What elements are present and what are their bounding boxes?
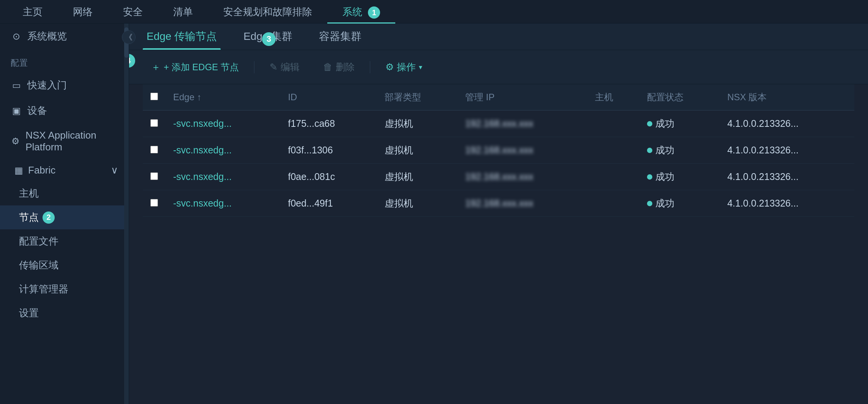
cell-nsx-version-2: 4.1.0.0.213326... [720,164,854,190]
devices-icon: ▣ [11,106,22,116]
sidebar-item-fabric[interactable]: ▦ Fabric ∨ [0,159,129,181]
toolbar-divider-1 [254,61,254,73]
cell-nsx-version-0: 4.1.0.0.213326... [720,110,854,137]
cell-manage-ip-0: 192.168.xxx.xxx [458,110,587,137]
table-row: -svc.nsxedg... f03f...1306 虚拟机 192.168.x… [143,137,854,164]
cell-edge-0[interactable]: -svc.nsxedg... [166,110,280,137]
nav-system-badge: 1 [368,6,380,19]
status-dot-1 [647,148,652,153]
nav-network[interactable]: 网络 [58,0,108,24]
sidebar-item-profiles[interactable]: 配置文件 [0,229,129,253]
sidebar-item-devices[interactable]: ▣ 设备 [0,98,129,123]
quick-start-icon: ▭ [11,80,22,91]
cell-deploy-type-1: 虚拟机 [377,137,458,164]
annotation-3: 3 [262,32,276,46]
row-select-3[interactable] [150,199,158,207]
edge-nodes-table: Edge ↑ ID 部署类型 管理 IP 主机 [143,84,854,217]
status-dot-2 [647,174,652,180]
cell-nsx-version-1: 4.1.0.0.213326... [720,137,854,164]
tab-bar: Edge 传输节点 Edge 集群 容器集群 3 [129,24,868,50]
col-header-nsx-version[interactable]: NSX 版本 [720,84,854,110]
cell-deploy-type-0: 虚拟机 [377,110,458,137]
content-area: Edge 传输节点 Edge 集群 容器集群 3 4 ＋ + 添加 EDGE 节… [129,24,868,404]
sidebar-item-nodes[interactable]: 节点 2 [0,205,129,229]
main-layout: 《 ⊙ 系统概览 配置 ▭ 快速入门 ▣ 设备 ⚙ NSX Applicatio… [0,24,868,404]
sidebar-item-compute-managers[interactable]: 计算管理器 [0,277,129,301]
col-header-config-status[interactable]: 配置状态 [639,84,720,110]
row-checkbox-2 [143,164,166,190]
col-header-manage-ip[interactable]: 管理 IP [458,84,587,110]
status-dot-0 [647,121,652,126]
cell-id-0: f175...ca68 [280,110,377,137]
cell-host-0 [587,110,639,137]
cell-nsx-version-3: 4.1.0.0.213326... [720,190,854,217]
col-header-deploy-type[interactable]: 部署类型 [377,84,458,110]
status-dot-3 [647,201,652,206]
cell-manage-ip-3: 192.168.xxx.xxx [458,190,587,217]
cell-edge-1[interactable]: -svc.nsxedg... [166,137,280,164]
actions-button[interactable]: ⚙ 操作 ▾ [377,57,431,77]
plus-icon: ＋ [151,61,161,73]
sidebar-collapse-button[interactable]: 《 [122,30,136,44]
cell-edge-3[interactable]: -svc.nsxedg... [166,190,280,217]
nav-inventory[interactable]: 清单 [158,0,208,24]
select-all-checkbox[interactable] [150,93,158,100]
cell-edge-2[interactable]: -svc.nsxedg... [166,164,280,190]
cell-host-2 [587,164,639,190]
pencil-icon: ✎ [270,62,278,73]
table-row: -svc.nsxedg... f0ed...49f1 虚拟机 192.168.x… [143,190,854,217]
col-header-edge[interactable]: Edge ↑ [166,84,280,110]
cell-deploy-type-3: 虚拟机 [377,190,458,217]
row-checkbox-1 [143,137,166,164]
trash-icon: 🗑 [323,62,333,73]
sidebar: 《 ⊙ 系统概览 配置 ▭ 快速入门 ▣ 设备 ⚙ NSX Applicatio… [0,24,129,404]
cell-id-2: f0ae...081c [280,164,377,190]
col-header-id[interactable]: ID [280,84,377,110]
sidebar-scrollbar[interactable] [124,24,129,404]
cell-host-1 [587,137,639,164]
row-select-1[interactable] [150,146,158,153]
table-container: Edge ↑ ID 部署类型 管理 IP 主机 [129,84,868,404]
cell-manage-ip-1: 192.168.xxx.xxx [458,137,587,164]
cell-config-status-0: 成功 [639,110,720,137]
sidebar-item-quick-start[interactable]: ▭ 快速入门 [0,73,129,98]
system-overview-icon: ⊙ [11,31,22,42]
nodes-badge: 2 [43,211,55,224]
edit-button[interactable]: ✎ 编辑 [261,57,308,77]
tab-container-clusters[interactable]: 容器集群 [315,24,365,50]
gear-icon: ⚙ [385,62,394,73]
sidebar-item-transport-zones[interactable]: 传输区域 [0,253,129,277]
col-header-checkbox [143,84,166,110]
cell-config-status-2: 成功 [639,164,720,190]
sidebar-section-config: 配置 [0,49,129,73]
cell-manage-ip-2: 192.168.xxx.xxx [458,164,587,190]
nav-security-planning[interactable]: 安全规划和故障排除 [208,0,327,24]
table-row: -svc.nsxedg... f0ae...081c 虚拟机 192.168.x… [143,164,854,190]
sidebar-item-system-overview[interactable]: ⊙ 系统概览 [0,24,129,49]
fabric-chevron-icon: ∨ [111,164,118,176]
nav-home[interactable]: 主页 [8,0,58,24]
add-edge-node-button[interactable]: ＋ + 添加 EDGE 节点 [143,57,247,77]
nsx-app-icon: ⚙ [11,136,20,147]
tab-edge-transport-nodes[interactable]: Edge 传输节点 [143,24,221,50]
row-checkbox-3 [143,190,166,217]
sidebar-item-nsx-app-platform[interactable]: ⚙ NSX Application Platform [0,123,129,159]
sidebar-item-settings[interactable]: 设置 [0,301,129,325]
sidebar-item-hosts[interactable]: 主机 [0,181,129,205]
cell-id-3: f0ed...49f1 [280,190,377,217]
top-nav: 主页 网络 安全 清单 安全规划和故障排除 系统 1 [0,0,868,24]
cell-host-3 [587,190,639,217]
chevron-down-icon: ▾ [419,63,422,71]
nav-system[interactable]: 系统 1 [327,0,395,24]
col-header-host[interactable]: 主机 [587,84,639,110]
row-select-2[interactable] [150,172,158,180]
toolbar-divider-2 [370,61,370,73]
nav-security[interactable]: 安全 [108,0,158,24]
annotation-4: 4 [129,54,135,68]
table-row: -svc.nsxedg... f175...ca68 虚拟机 192.168.x… [143,110,854,137]
cell-config-status-1: 成功 [639,137,720,164]
cell-id-1: f03f...1306 [280,137,377,164]
row-select-0[interactable] [150,119,158,127]
cell-config-status-3: 成功 [639,190,720,217]
delete-button[interactable]: 🗑 删除 [315,57,363,77]
